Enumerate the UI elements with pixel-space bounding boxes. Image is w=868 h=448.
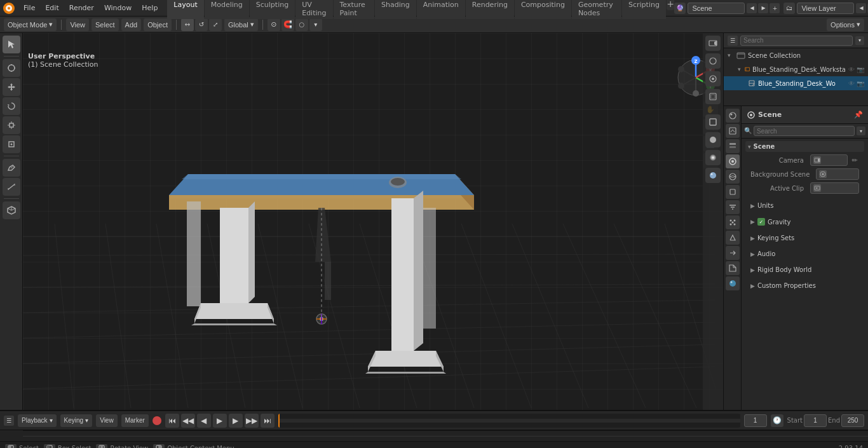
rotate-tool-btn[interactable] xyxy=(3,97,20,115)
camera-edit-btn[interactable]: ✏️ xyxy=(850,156,859,165)
transform-tool-btn[interactable] xyxy=(3,135,20,153)
properties-pin-btn[interactable]: 📌 xyxy=(854,111,863,119)
tab-geometry-nodes[interactable]: Geometry Nodes xyxy=(572,0,621,19)
select-menu-btn[interactable]: Select xyxy=(92,18,119,31)
next-frame-btn[interactable]: ▶▶ xyxy=(245,414,259,428)
outliner-item-desk-worksta[interactable]: ▾ Blue_Standing_Desk_Worksta 👁 📷 xyxy=(724,62,868,76)
view-layer-icon-btn[interactable]: 🗂 xyxy=(783,3,795,14)
solid-mode-btn[interactable] xyxy=(705,132,721,147)
transform-icon-2[interactable]: ↺ xyxy=(195,18,208,31)
gravity-section-header[interactable]: ▶ ✓ Gravity xyxy=(745,216,864,227)
options-btn[interactable]: Options ▾ xyxy=(827,18,864,31)
move-tool-btn[interactable] xyxy=(3,78,20,96)
prev-frame-btn[interactable]: ◀◀ xyxy=(181,414,195,428)
xray-btn[interactable] xyxy=(705,89,721,104)
outliner-item-desk-wo[interactable]: Blue_Standing_Desk_Wo 👁 📷 xyxy=(724,76,868,90)
units-section-header[interactable]: ▶ Units xyxy=(745,200,864,211)
scene-prev-btn[interactable]: ◀ xyxy=(747,3,757,13)
skip-start-btn[interactable]: ⏮ xyxy=(165,414,179,428)
properties-search-input[interactable] xyxy=(754,126,855,136)
view-layer-prev-btn[interactable]: ◀ xyxy=(856,3,866,13)
prev-keyframe-btn[interactable]: ◀ xyxy=(197,414,211,428)
custom-props-section-header[interactable]: ▶ Custom Properties xyxy=(745,280,864,291)
search-options-btn[interactable]: ▾ xyxy=(857,126,865,135)
lookdev-mode-btn[interactable] xyxy=(705,150,721,165)
viewport-shading-btn[interactable] xyxy=(705,53,721,69)
next-keyframe-btn[interactable]: ▶ xyxy=(229,414,243,428)
prop-tab-world[interactable] xyxy=(726,170,740,184)
tab-shading[interactable]: Shading xyxy=(375,0,416,19)
mode-selector-btn[interactable]: Object Mode ▾ xyxy=(4,18,57,31)
object-menu-btn[interactable]: Object xyxy=(144,18,172,31)
active-clip-value-field[interactable] xyxy=(810,182,859,194)
menu-edit[interactable]: Edit xyxy=(41,3,63,13)
proportional-settings-btn[interactable]: ▾ xyxy=(309,18,322,31)
measure-tool-btn[interactable] xyxy=(3,178,20,196)
keying-sets-header[interactable]: ▶ Keying Sets xyxy=(745,233,864,243)
prop-tab-scene[interactable] xyxy=(726,154,740,168)
rigid-body-section-header[interactable]: ▶ Rigid Body World xyxy=(745,264,864,275)
audio-section-header[interactable]: ▶ Audio xyxy=(745,248,864,259)
scene-section-header[interactable]: ▾ Scene xyxy=(745,141,864,152)
clock-icon-btn[interactable]: 🕐 xyxy=(771,414,783,427)
prop-tab-output[interactable] xyxy=(726,124,740,138)
keying-btn[interactable]: Keying ▾ xyxy=(60,414,93,427)
wireframe-mode-btn[interactable] xyxy=(705,114,721,130)
tab-sculpting[interactable]: Sculpting xyxy=(250,0,295,19)
tab-uv-editing[interactable]: UV Editing xyxy=(295,0,332,19)
current-frame-input[interactable] xyxy=(744,414,767,427)
menu-file[interactable]: File xyxy=(19,3,39,13)
cursor-tool-btn[interactable] xyxy=(3,59,20,77)
scene-selector[interactable] xyxy=(688,3,745,14)
outliner-options-btn[interactable]: ▾ xyxy=(855,36,864,45)
camera-perspective-btn[interactable] xyxy=(705,36,721,51)
select-tool-btn[interactable] xyxy=(3,36,20,53)
add-scene-btn[interactable]: + xyxy=(770,3,780,13)
menu-help[interactable]: Help xyxy=(137,3,162,13)
ruler-container[interactable] xyxy=(23,430,868,442)
pivot-btn[interactable]: ⊙ xyxy=(268,18,280,31)
snap-btn[interactable]: 🧲 xyxy=(281,18,294,31)
outliner-search-input[interactable] xyxy=(740,36,853,46)
tab-texture-paint[interactable]: Texture Paint xyxy=(334,0,374,19)
record-btn[interactable] xyxy=(153,416,161,425)
scene-icon-btn[interactable]: 🔮 xyxy=(674,3,686,14)
add-cube-btn[interactable] xyxy=(3,201,20,219)
playback-btn[interactable]: Playback ▾ xyxy=(18,414,57,427)
transform-orientation-btn[interactable]: Global ▾ xyxy=(224,18,258,31)
menu-window[interactable]: Window xyxy=(100,3,136,13)
outliner-item-scene-collection[interactable]: ▾ Scene Collection xyxy=(724,48,868,62)
prop-tab-material[interactable] xyxy=(726,276,740,290)
menu-render[interactable]: Render xyxy=(65,3,98,13)
overlay-btn[interactable] xyxy=(705,71,721,86)
timeline-menu-btn[interactable]: ☰ xyxy=(4,416,14,426)
skip-end-btn[interactable]: ⏭ xyxy=(261,414,275,428)
desk-object[interactable] xyxy=(150,71,582,408)
tab-compositing[interactable]: Compositing xyxy=(515,0,571,19)
timeline-range[interactable] xyxy=(278,414,740,428)
proportional-btn[interactable]: ○ xyxy=(295,18,308,31)
prop-tab-render[interactable] xyxy=(726,109,740,123)
add-workspace-btn[interactable]: + xyxy=(667,0,675,10)
scene-next-btn[interactable]: ▶ xyxy=(758,3,768,13)
prop-tab-constraints[interactable] xyxy=(726,246,740,260)
view-menu-btn[interactable]: View xyxy=(66,18,89,31)
tab-modeling[interactable]: Modeling xyxy=(205,0,249,19)
scale-tool-btn[interactable] xyxy=(3,116,20,134)
play-btn[interactable]: ▶ xyxy=(213,414,227,428)
prop-tab-modifiers[interactable] xyxy=(726,200,740,214)
tab-layout[interactable]: Layout xyxy=(167,0,203,19)
prop-tab-data[interactable] xyxy=(726,261,740,275)
camera-value-field[interactable] xyxy=(810,154,848,166)
marker-btn[interactable]: Marker xyxy=(121,414,149,427)
view-btn[interactable]: View xyxy=(96,414,118,427)
prop-tab-view-layer[interactable] xyxy=(726,139,740,153)
tab-scripting[interactable]: Scripting xyxy=(622,0,666,19)
render-mode-btn[interactable] xyxy=(705,168,721,183)
gravity-checkbox[interactable]: ✓ xyxy=(757,218,765,226)
add-menu-btn[interactable]: Add xyxy=(121,18,142,31)
tab-animation[interactable]: Animation xyxy=(417,0,465,19)
view-layer-selector[interactable] xyxy=(797,3,854,14)
start-frame-input[interactable] xyxy=(804,414,827,427)
viewport[interactable]: User Perspective (1) Scene Collection Z … xyxy=(23,33,723,410)
